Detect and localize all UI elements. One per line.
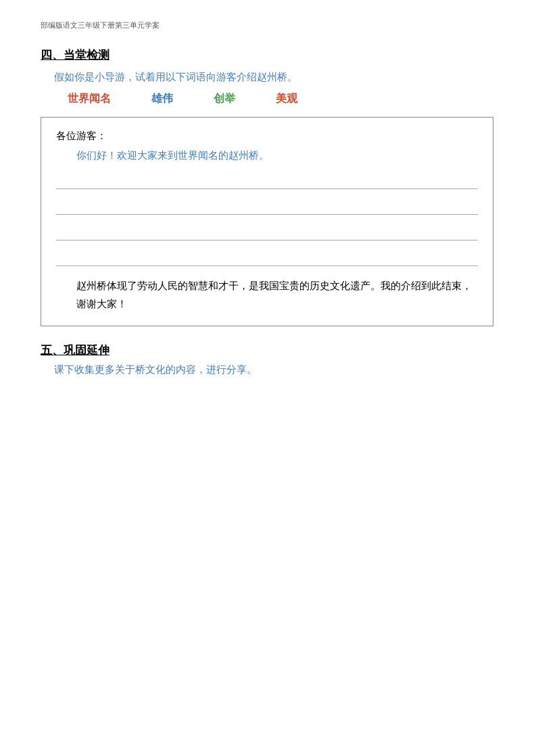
- section-four-title: 四、当堂检测: [41, 47, 493, 63]
- writing-box-greeting: 各位游客：: [56, 130, 478, 143]
- writing-box: 各位游客： 你们好！欢迎大家来到世界闻名的赵州桥。 赵州桥体现了劳动人民的智慧和…: [41, 117, 493, 326]
- keyword-4: 美观: [276, 92, 297, 106]
- page-header: 部编版语文三年级下册第三单元学案: [41, 20, 493, 30]
- keywords-row: 世界闻名 雄伟 创举 美观: [68, 92, 493, 106]
- keyword-2: 雄伟: [151, 92, 173, 106]
- writing-line-1: [56, 174, 478, 189]
- writing-box-closing: 赵州桥体现了劳动人民的智慧和才干，是我国宝贵的历史文化遗产。我的介绍到此结束，谢…: [76, 277, 478, 313]
- section-five-title: 五、巩固延伸: [41, 343, 493, 358]
- section-five-text: 课下收集更多关于桥文化的内容，进行分享。: [54, 363, 493, 376]
- writing-line-3: [56, 226, 478, 241]
- header-text: 部编版语文三年级下册第三单元学案: [41, 21, 160, 29]
- keyword-1: 世界闻名: [68, 92, 111, 106]
- section-five: 五、巩固延伸 课下收集更多关于桥文化的内容，进行分享。: [41, 343, 493, 376]
- writing-box-intro: 你们好！欢迎大家来到世界闻名的赵州桥。: [76, 149, 478, 162]
- writing-line-2: [56, 200, 478, 215]
- instruction-text: 假如你是小导游，试着用以下词语向游客介绍赵州桥。: [54, 71, 493, 84]
- section-four: 四、当堂检测 假如你是小导游，试着用以下词语向游客介绍赵州桥。 世界闻名 雄伟 …: [41, 47, 493, 326]
- keyword-3: 创举: [214, 92, 235, 106]
- writing-line-4: [56, 251, 478, 266]
